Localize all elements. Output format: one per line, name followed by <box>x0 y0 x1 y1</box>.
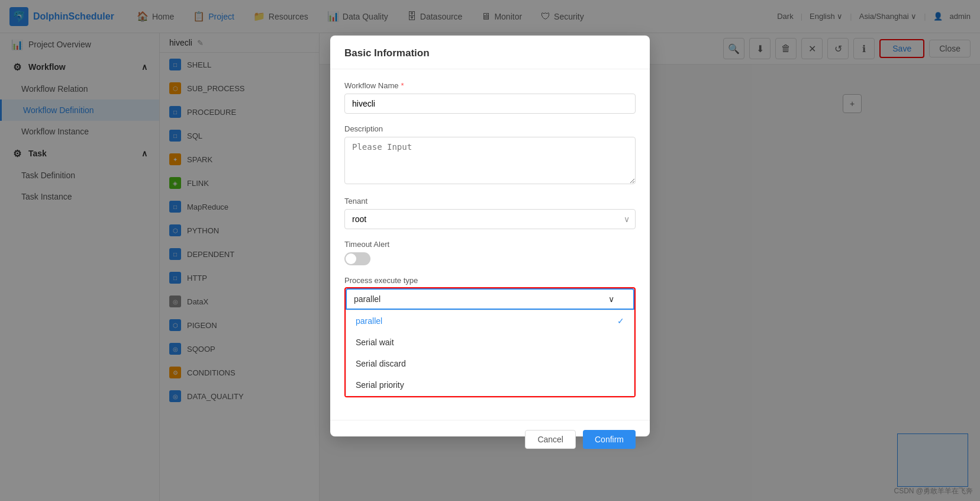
option-serial-wait[interactable]: Serial wait <box>346 332 634 353</box>
required-star: * <box>401 81 404 90</box>
timeout-alert-label: Timeout Alert <box>344 240 636 249</box>
modal-header: Basic Information <box>330 36 650 69</box>
timeout-alert-group: Timeout Alert <box>344 240 636 265</box>
dropdown-options: parallel ✓ Serial wait Serial discard Se… <box>346 310 634 396</box>
toggle-wrap <box>344 252 636 265</box>
description-textarea[interactable] <box>344 137 636 184</box>
modal-footer: Cancel Confirm <box>330 420 650 458</box>
timeout-alert-toggle[interactable] <box>344 252 370 265</box>
modal-overlay: Basic Information Workflow Name * Descri… <box>0 0 980 501</box>
modal-title: Basic Information <box>344 47 430 59</box>
description-group: Description <box>344 124 636 186</box>
option-serial-priority[interactable]: Serial priority <box>346 374 634 396</box>
check-icon: ✓ <box>617 316 624 326</box>
tenant-select-wrapper: root ∨ <box>344 209 636 229</box>
workflow-name-group: Workflow Name * <box>344 81 636 114</box>
confirm-button[interactable]: Confirm <box>583 430 636 449</box>
workflow-name-label: Workflow Name * <box>344 81 636 90</box>
dropdown-arrow-icon: ∨ <box>608 294 614 304</box>
basic-info-modal: Basic Information Workflow Name * Descri… <box>330 36 650 436</box>
tenant-group: Tenant root ∨ <box>344 197 636 229</box>
option-parallel[interactable]: parallel ✓ <box>346 310 634 332</box>
dropdown-section: parallel ∨ parallel ✓ Serial wait <box>344 287 636 397</box>
tenant-label: Tenant <box>344 197 636 205</box>
tenant-select[interactable]: root <box>344 209 636 229</box>
process-execute-type-group: Process execute type parallel ∨ parallel… <box>344 276 636 397</box>
description-label: Description <box>344 124 636 133</box>
process-type-select[interactable]: parallel ∨ <box>346 288 634 310</box>
workflow-name-input[interactable] <box>344 94 636 114</box>
cancel-button[interactable]: Cancel <box>525 430 576 449</box>
selected-value: parallel <box>354 294 381 304</box>
option-serial-discard[interactable]: Serial discard <box>346 353 634 374</box>
process-execute-type-label: Process execute type <box>344 276 636 285</box>
modal-body: Workflow Name * Description Tenant <box>330 69 650 420</box>
